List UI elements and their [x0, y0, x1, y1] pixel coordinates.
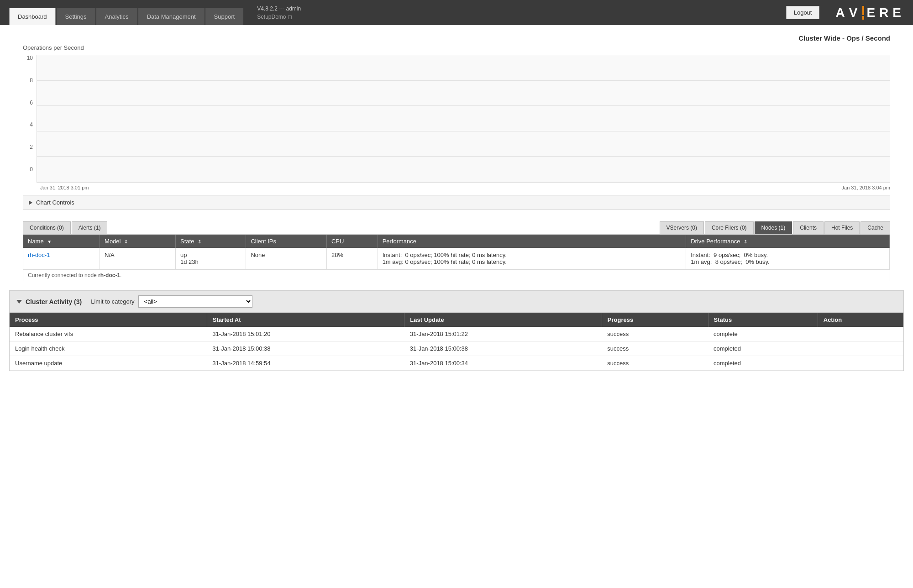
tab-support[interactable]: Support: [205, 8, 244, 25]
chart-x-labels: Jan 31, 2018 3:01 pm Jan 31, 2018 3:04 p…: [23, 185, 890, 190]
activity-header: Cluster Activity (3) Limit to category <…: [10, 291, 903, 313]
tab-hot-files[interactable]: Hot Files: [824, 221, 860, 234]
activity-row-1: Rebalance cluster vifs 31-Jan-2018 15:01…: [10, 327, 903, 341]
act-started-1: 31-Jan-2018 15:01:20: [207, 327, 404, 341]
data-table-container: Name ▼ Model ⇕ State ⇕ Client I: [23, 234, 890, 281]
act-process-1: Rebalance cluster vifs: [10, 327, 207, 341]
y-label-6: 6: [23, 100, 33, 106]
chart-ops-title: Operations per Second: [23, 44, 890, 51]
chart-y-axis: 0 2 4 6 8 10: [23, 55, 37, 183]
act-last-update-2: 31-Jan-2018 15:00:38: [404, 341, 602, 356]
act-last-update-3: 31-Jan-2018 15:00:34: [404, 356, 602, 371]
cell-drive-performance: Instant: 9 ops/sec; 0% busy. 1m avg: 8 o…: [686, 248, 890, 269]
activity-row-2: Login health check 31-Jan-2018 15:00:38 …: [10, 341, 903, 356]
connected-note: Currently connected to node rh-doc-1.: [23, 269, 890, 281]
col-cpu: CPU: [326, 235, 378, 248]
version-text: V4.8.2.2 --- admin: [257, 5, 301, 13]
act-col-progress: Progress: [602, 313, 708, 327]
col-model[interactable]: Model ⇕: [100, 235, 176, 248]
act-action-3: [818, 356, 903, 371]
cell-model: N/A: [100, 248, 176, 269]
tab-vservers[interactable]: VServers (0): [660, 221, 704, 234]
tab-alerts[interactable]: Alerts (1): [72, 221, 108, 234]
tab-nodes[interactable]: Nodes (1): [755, 221, 792, 234]
table-row: rh-doc-1 N/A up 1d 23h None 28% Instant:…: [23, 248, 890, 269]
nodes-table: Name ▼ Model ⇕ State ⇕ Client I: [23, 235, 890, 269]
act-status-1: complete: [708, 327, 818, 341]
act-progress-2: success: [602, 341, 708, 356]
tab-clients[interactable]: Clients: [793, 221, 824, 234]
tab-data-management[interactable]: Data Management: [138, 8, 205, 25]
sort-icon-state: ⇕: [198, 239, 201, 244]
connected-node-name: rh-doc-1: [98, 272, 120, 278]
logo-e1: E: [866, 5, 878, 20]
act-progress-1: success: [602, 327, 708, 341]
act-col-last-update: Last Update: [404, 313, 602, 327]
node-link[interactable]: rh-doc-1: [28, 252, 50, 258]
y-label-10: 10: [23, 55, 33, 61]
tab-analytics[interactable]: Analytics: [96, 8, 137, 25]
grid-line-0: [37, 182, 890, 182]
cell-cpu: 28%: [326, 248, 378, 269]
act-started-2: 31-Jan-2018 15:00:38: [207, 341, 404, 356]
tab-bar: Conditions (0) Alerts (1) VServers (0) C…: [23, 221, 890, 234]
chart-controls[interactable]: Chart Controls: [23, 195, 890, 210]
act-started-3: 31-Jan-2018 14:59:54: [207, 356, 404, 371]
nav-tabs: Dashboard Settings Analytics Data Manage…: [9, 0, 243, 25]
col-name[interactable]: Name ▼: [23, 235, 100, 248]
chart-container: 0 2 4 6 8 10: [23, 55, 890, 183]
chart-area: [37, 55, 890, 183]
logo-e2: E: [892, 5, 904, 20]
act-col-started: Started At: [207, 313, 404, 327]
main-content: Cluster Wide - Ops / Second Operations p…: [0, 25, 913, 588]
tab-dashboard[interactable]: Dashboard: [9, 8, 56, 25]
cell-name: rh-doc-1: [23, 248, 100, 269]
col-drive-performance[interactable]: Drive Performance ⇕: [686, 235, 890, 248]
tab-core-filers[interactable]: Core Filers (0): [705, 221, 754, 234]
activity-row-3: Username update 31-Jan-2018 14:59:54 31-…: [10, 356, 903, 371]
grid-line-60: [37, 105, 890, 106]
activity-collapse-icon: [16, 300, 22, 304]
sort-icon-drive: ⇕: [744, 239, 747, 244]
chart-controls-label: Chart Controls: [36, 199, 74, 206]
category-select[interactable]: <all> vserver node cluster corefiler: [138, 295, 252, 308]
logout-area: Logout A V E R E: [786, 5, 904, 20]
y-label-2: 2: [23, 144, 33, 150]
cell-performance: Instant: 0 ops/sec; 100% hit rate; 0 ms …: [378, 248, 686, 269]
col-client-ips: Client IPs: [246, 235, 327, 248]
act-process-3: Username update: [10, 356, 207, 371]
logo-a: A: [835, 5, 847, 20]
y-label-4: 4: [23, 121, 33, 128]
tab-settings[interactable]: Settings: [57, 8, 95, 25]
chart-section: Cluster Wide - Ops / Second Operations p…: [9, 25, 904, 215]
header: Dashboard Settings Analytics Data Manage…: [0, 0, 913, 25]
activity-title[interactable]: Cluster Activity (3): [16, 298, 82, 305]
limit-category: Limit to category <all> vserver node clu…: [91, 295, 252, 308]
col-state[interactable]: State ⇕: [176, 235, 246, 248]
act-status-2: completed: [708, 341, 818, 356]
sort-icon-model: ⇕: [124, 239, 128, 244]
grid-line-80: [37, 80, 890, 81]
tab-conditions[interactable]: Conditions (0): [23, 221, 71, 234]
act-last-update-1: 31-Jan-2018 15:01:22: [404, 327, 602, 341]
tabs-section: Conditions (0) Alerts (1) VServers (0) C…: [9, 215, 904, 281]
activity-section: Cluster Activity (3) Limit to category <…: [9, 290, 904, 371]
chart-controls-triangle: [29, 200, 32, 205]
setup-link[interactable]: SetupDemo ◻: [257, 14, 292, 20]
logout-button[interactable]: Logout: [786, 6, 820, 19]
grid-line-40: [37, 131, 890, 131]
y-label-8: 8: [23, 77, 33, 84]
logo-r: R: [879, 5, 891, 20]
y-label-0: 0: [23, 166, 33, 173]
act-col-action: Action: [818, 313, 903, 327]
grid-line-100: [37, 55, 890, 55]
tab-cache[interactable]: Cache: [861, 221, 890, 234]
act-col-status: Status: [708, 313, 818, 327]
cell-client-ips: None: [246, 248, 327, 269]
x-label-start: Jan 31, 2018 3:01 pm: [40, 185, 89, 190]
activity-table: Process Started At Last Update Progress …: [10, 313, 903, 371]
logo-bars: [861, 6, 865, 20]
act-action-2: [818, 341, 903, 356]
version-info: V4.8.2.2 --- admin SetupDemo ◻: [257, 5, 301, 21]
limit-label: Limit to category: [91, 298, 134, 305]
